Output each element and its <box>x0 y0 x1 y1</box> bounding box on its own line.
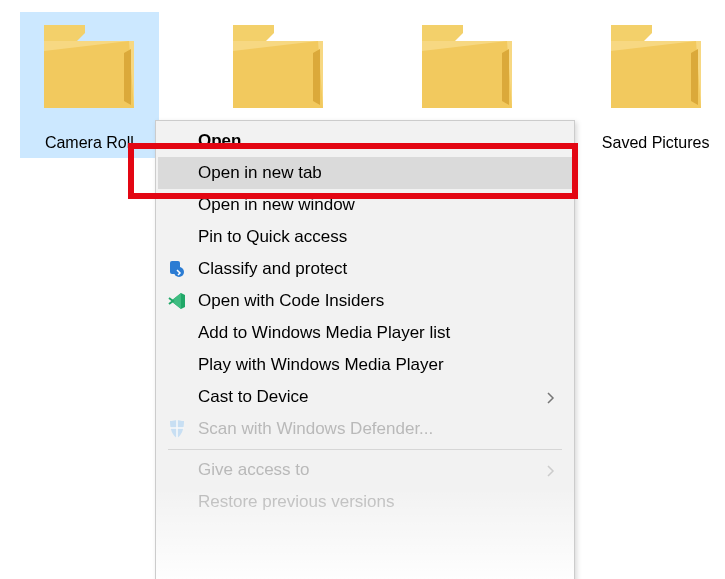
menu-item-add-wmp-list[interactable]: Add to Windows Media Player list <box>158 317 572 349</box>
folder-icon <box>223 18 333 118</box>
menu-item-open-new-tab[interactable]: Open in new tab <box>158 157 572 189</box>
folder-label: Saved Pictures <box>602 134 710 152</box>
chevron-right-icon <box>544 463 558 477</box>
defender-icon <box>166 418 188 440</box>
folder-icon <box>601 18 711 118</box>
code-insiders-icon <box>166 290 188 312</box>
menu-item-restore-versions[interactable]: Restore previous versions <box>158 486 572 518</box>
menu-item-scan-defender[interactable]: Scan with Windows Defender... <box>158 413 572 445</box>
menu-separator <box>168 449 562 450</box>
menu-item-open[interactable]: Open <box>158 125 572 157</box>
menu-item-open-code-insiders[interactable]: Open with Code Insiders <box>158 285 572 317</box>
folder-label: Camera Roll <box>45 134 134 152</box>
menu-item-play-wmp[interactable]: Play with Windows Media Player <box>158 349 572 381</box>
folder-icon <box>34 18 144 118</box>
folder-item-saved-pictures[interactable]: Saved Pictures <box>586 12 725 158</box>
menu-item-label: Open in new tab <box>198 163 322 183</box>
menu-item-open-new-window[interactable]: Open in new window <box>158 189 572 221</box>
menu-item-label: Add to Windows Media Player list <box>198 323 450 343</box>
menu-item-label: Play with Windows Media Player <box>198 355 444 375</box>
menu-item-cast-device[interactable]: Cast to Device <box>158 381 572 413</box>
menu-item-give-access[interactable]: Give access to <box>158 454 572 486</box>
menu-item-label: Open with Code Insiders <box>198 291 384 311</box>
menu-item-label: Classify and protect <box>198 259 347 279</box>
context-menu: Open Open in new tab Open in new window … <box>155 120 575 579</box>
menu-item-pin-quick-access[interactable]: Pin to Quick access <box>158 221 572 253</box>
menu-item-label: Open in new window <box>198 195 355 215</box>
chevron-right-icon <box>544 390 558 404</box>
folder-icon <box>412 18 522 118</box>
menu-item-label: Pin to Quick access <box>198 227 347 247</box>
folder-item-camera-roll[interactable]: Camera Roll <box>20 12 159 158</box>
menu-item-label: Open <box>198 131 241 151</box>
menu-item-label: Restore previous versions <box>198 492 395 512</box>
menu-item-label: Cast to Device <box>198 387 309 407</box>
classify-icon <box>166 258 188 280</box>
menu-item-classify-protect[interactable]: Classify and protect <box>158 253 572 285</box>
menu-item-label: Give access to <box>198 460 310 480</box>
menu-item-label: Scan with Windows Defender... <box>198 419 433 439</box>
